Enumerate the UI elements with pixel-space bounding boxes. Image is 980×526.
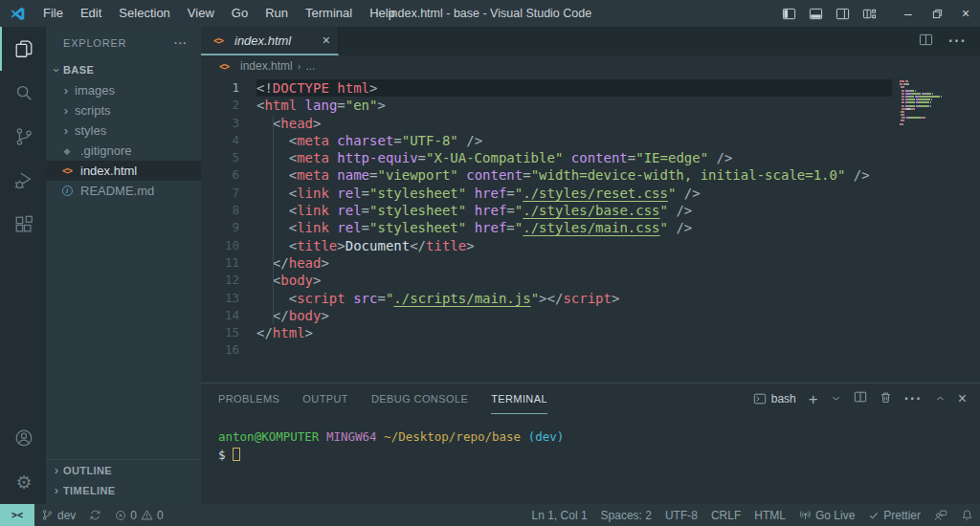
- status-language-mode[interactable]: HTML: [747, 504, 792, 526]
- code-text: </head>: [256, 254, 892, 272]
- code-text: <link rel="stylesheet" href="./styles/ma…: [256, 219, 892, 236]
- code-line-16: 16: [201, 341, 892, 359]
- toggle-panel-icon[interactable]: [809, 7, 823, 21]
- new-terminal-icon[interactable]: +: [809, 391, 818, 407]
- source-control-icon[interactable]: [0, 115, 46, 159]
- terminal-dropdown-icon[interactable]: [831, 390, 841, 407]
- file-tree: ›images›scripts›styles◆.gitignore<>index…: [46, 80, 201, 201]
- maximize-panel-icon[interactable]: [935, 390, 946, 407]
- breadcrumb-file[interactable]: index.html: [240, 59, 293, 73]
- panel-more-actions-icon[interactable]: ···: [904, 390, 923, 407]
- terminal-cursor: [233, 448, 240, 461]
- code-text: <title>Document</title>: [256, 237, 892, 254]
- run-and-debug-icon[interactable]: [0, 159, 46, 203]
- status-go-live[interactable]: Go Live: [792, 504, 861, 526]
- split-terminal-icon[interactable]: [854, 390, 867, 407]
- tree-item-index-html[interactable]: <>index.html: [46, 161, 201, 181]
- html-file-icon: <>: [59, 165, 75, 176]
- sync-changes-item[interactable]: [82, 504, 108, 526]
- git-branch-item[interactable]: dev: [34, 504, 82, 526]
- menu-bar-items: FileEditSelectionViewGoRunTerminalHelp: [34, 0, 404, 27]
- accounts-icon[interactable]: [0, 416, 46, 460]
- bell-icon: [961, 509, 973, 521]
- code-text: <meta name="viewport" content="width=dev…: [256, 166, 892, 184]
- broadcast-icon: [799, 509, 812, 521]
- status-encoding[interactable]: UTF-8: [658, 504, 704, 526]
- remote-indicator[interactable]: ><: [0, 504, 34, 526]
- status-eol[interactable]: CRLF: [704, 504, 747, 526]
- menu-run[interactable]: Run: [256, 0, 297, 27]
- menu-go[interactable]: Go: [223, 0, 256, 27]
- close-tab-icon[interactable]: ×: [323, 33, 330, 48]
- line-number: 16: [201, 341, 239, 359]
- tree-item-styles[interactable]: ›styles: [46, 121, 201, 141]
- shell-label: bash: [771, 392, 796, 405]
- code-text: <link rel="stylesheet" href="./styles/ba…: [256, 202, 892, 219]
- errors-icon: [115, 510, 126, 521]
- settings-gear-icon[interactable]: ⚙: [0, 460, 46, 504]
- menu-terminal[interactable]: Terminal: [297, 0, 361, 27]
- code-editor[interactable]: 1<!DOCTYPE html>2<html lang="en">3 <head…: [201, 77, 980, 383]
- minimize-button[interactable]: –: [894, 0, 923, 27]
- html-file-icon: <>: [216, 61, 232, 72]
- status-cursor-position[interactable]: Ln 1, Col 1: [525, 504, 594, 526]
- menu-view[interactable]: View: [179, 0, 223, 27]
- status-notifications[interactable]: [954, 504, 980, 526]
- breadcrumb[interactable]: <> index.html › ...: [201, 55, 980, 77]
- editor-more-actions-icon[interactable]: ···: [948, 33, 967, 50]
- minimap[interactable]: [900, 80, 970, 129]
- terminal-shell-chip[interactable]: bash: [753, 392, 796, 405]
- feedback-icon: [934, 509, 947, 522]
- search-icon[interactable]: [0, 71, 46, 115]
- terminal-content[interactable]: anton@KOMPUTER MINGW64 ~/Desktop/repo/ba…: [201, 414, 980, 464]
- kill-terminal-trash-icon[interactable]: [880, 390, 892, 407]
- chevron-down-icon: ›: [50, 63, 64, 77]
- menu-file[interactable]: File: [34, 0, 72, 27]
- explorer-more-actions-icon[interactable]: ···: [174, 37, 188, 49]
- minimap-line: [900, 105, 970, 107]
- section-timeline[interactable]: ›TIMELINE: [46, 480, 201, 500]
- explorer-icon[interactable]: [0, 27, 46, 71]
- close-panel-icon[interactable]: ×: [958, 390, 967, 407]
- toggle-sidebar-icon[interactable]: [782, 7, 796, 21]
- status-feedback[interactable]: [927, 504, 954, 526]
- tree-item-README-md[interactable]: iREADME.md: [46, 181, 201, 201]
- panel-tab-problems[interactable]: PROBLEMS: [218, 384, 279, 414]
- section-outline[interactable]: ›OUTLINE: [46, 460, 201, 480]
- tree-item-images[interactable]: ›images: [46, 80, 201, 100]
- tree-item-gitignore[interactable]: ◆.gitignore: [46, 141, 201, 161]
- terminal-line-2: $: [218, 446, 980, 464]
- breadcrumb-more[interactable]: ...: [305, 59, 315, 73]
- minimap-line: [900, 93, 970, 95]
- sync-icon: [89, 509, 101, 521]
- minimap-line: [900, 111, 970, 113]
- chevron-right-icon: ›: [59, 83, 73, 98]
- status-bar: >< dev 0 0 Ln 1, Col 1Spaces: 2UTF-8CRLF…: [0, 504, 980, 526]
- code-text: </html>: [256, 324, 892, 341]
- file-label: README.md: [80, 184, 154, 198]
- panel-tab-terminal[interactable]: TERMINAL: [491, 384, 547, 414]
- tab-bar: <> index.html × ···: [201, 27, 980, 55]
- folder-section-base[interactable]: › BASE: [46, 59, 201, 80]
- close-window-button[interactable]: ×: [951, 0, 980, 27]
- menu-edit[interactable]: Edit: [72, 0, 110, 27]
- menu-selection[interactable]: Selection: [110, 0, 178, 27]
- panel-tab-debug-console[interactable]: DEBUG CONSOLE: [371, 384, 468, 414]
- split-editor-icon[interactable]: [919, 33, 933, 51]
- tab-index-html[interactable]: <> index.html ×: [201, 27, 339, 55]
- toggle-secondary-sidebar-icon[interactable]: [835, 7, 850, 21]
- code-line-6: 6 <meta name="viewport" content="width=d…: [201, 166, 892, 184]
- code-line-10: 10 <title>Document</title>: [201, 237, 892, 254]
- panel-tabs: PROBLEMSOUTPUTDEBUG CONSOLETERMINAL bash…: [201, 384, 980, 414]
- code-line-15: 15</html>: [201, 324, 892, 341]
- customize-layout-icon[interactable]: [862, 7, 877, 21]
- problems-item[interactable]: 0 0: [108, 504, 169, 526]
- extensions-icon[interactable]: [0, 203, 46, 247]
- line-number: 9: [201, 219, 239, 236]
- status-prettier[interactable]: Prettier: [861, 504, 927, 526]
- tree-item-scripts[interactable]: ›scripts: [46, 100, 201, 121]
- restore-button[interactable]: [923, 0, 951, 27]
- panel-tab-output[interactable]: OUTPUT: [302, 384, 348, 414]
- menu-help[interactable]: Help: [361, 0, 404, 27]
- status-indentation[interactable]: Spaces: 2: [594, 504, 658, 526]
